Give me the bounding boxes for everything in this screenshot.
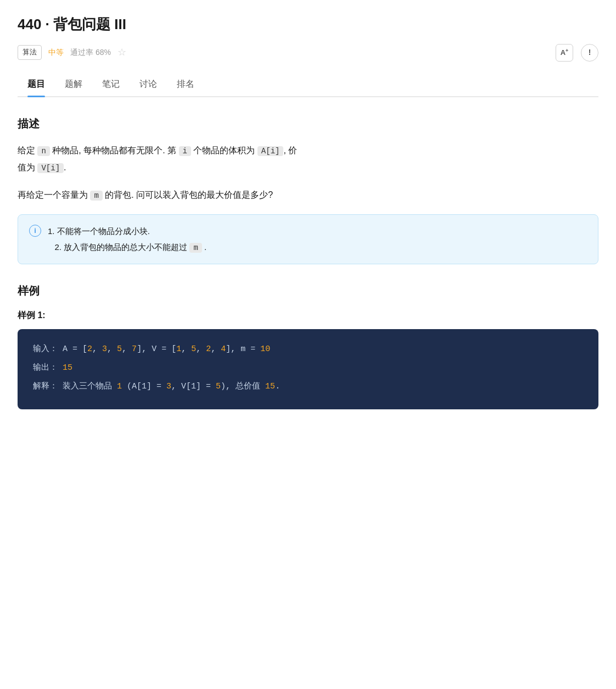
description-paragraph1: 给定 n 种物品, 每种物品都有无限个. 第 i 个物品的体积为 A[i], 价… [18,142,598,176]
toolbar-right: A+ ! [556,44,598,62]
difficulty-label: 中等 [48,46,64,58]
i-code: i [179,146,191,156]
m-code: m [90,191,102,201]
sample-case1-title: 样例 1: [18,308,598,323]
n-code: n [37,146,49,156]
tab-solution[interactable]: 题解 [55,71,92,97]
code-block: 输入： A = [2, 3, 5, 7], V = [1, 5, 2, 4], … [18,329,598,409]
info-item-1: 1. 不能将一个物品分成小块. [48,224,206,240]
ai-code: A[i] [257,146,284,156]
pass-rate-label: 通过率 68% [70,46,111,58]
tabs-row: 题目 题解 笔记 讨论 排名 [18,71,598,98]
tab-problem[interactable]: 题目 [18,71,55,97]
vi-code: V[i] [37,163,64,173]
tab-ranking[interactable]: 排名 [167,71,204,97]
sample-title: 样例 [18,282,598,299]
tab-notes[interactable]: 笔记 [92,71,130,97]
info-box: i 1. 不能将一个物品分成小块. 2. 放入背包的物品的总大小不能超过 m . [18,214,598,264]
font-size-button[interactable]: A+ [556,44,573,62]
info-icon: i [29,225,41,237]
tag-algorithm: 算法 [18,45,42,60]
info-item-2: 2. 放入背包的物品的总大小不能超过 m . [48,240,206,255]
code-line-3: 解释： 装入三个物品 1 (A[1] = 3, V[1] = 5), 总价值 1… [33,379,583,395]
code-line-1: 输入： A = [2, 3, 5, 7], V = [1, 5, 2, 4], … [33,341,583,358]
font-size-icon: A+ [561,47,569,59]
report-button[interactable]: ! [581,44,598,62]
tab-discussion[interactable]: 讨论 [130,71,167,97]
problem-title: 440 · 背包问题 III [18,13,598,36]
code-line-2: 输出： 15 [33,360,583,376]
meta-row: 算法 中等 通过率 68% ☆ A+ ! [18,44,598,62]
description-paragraph2: 再给定一个容量为 m 的背包. 问可以装入背包的最大价值是多少? [18,187,598,203]
description-title: 描述 [18,115,598,132]
favorite-star-icon[interactable]: ☆ [117,45,126,60]
page-container: 440 · 背包问题 III 算法 中等 通过率 68% ☆ A+ ! 题目 题… [0,0,616,431]
m-inline-code: m [189,243,201,253]
report-icon: ! [589,46,591,58]
info-content: 1. 不能将一个物品分成小块. 2. 放入背包的物品的总大小不能超过 m . [48,224,206,255]
